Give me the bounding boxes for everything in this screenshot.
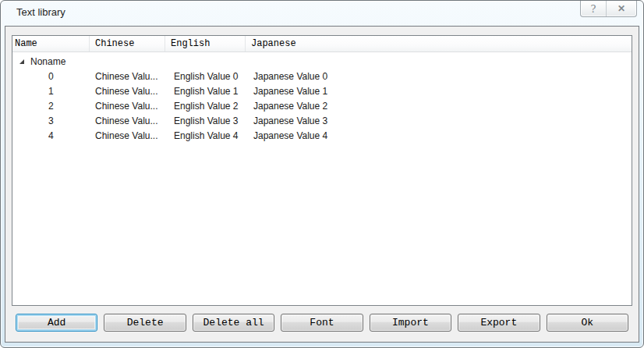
add-button[interactable]: Add xyxy=(16,314,97,332)
table-row[interactable]: 2 Chinese Valu... English Value 2 Japane… xyxy=(12,99,632,114)
row-name: 4 xyxy=(48,129,54,144)
row-english: English Value 0 xyxy=(174,69,239,84)
expand-triangle-icon[interactable] xyxy=(19,59,24,64)
caption-button-group: ? ✕ xyxy=(580,1,637,17)
import-button[interactable]: Import xyxy=(370,314,451,332)
row-english: English Value 1 xyxy=(174,84,239,99)
row-japanese: Japanese Value 4 xyxy=(253,129,327,144)
window-title: Text library xyxy=(16,6,65,18)
column-header-english[interactable]: English xyxy=(165,36,246,51)
table-row[interactable]: 1 Chinese Valu... English Value 1 Japane… xyxy=(12,84,632,99)
delete-button[interactable]: Delete xyxy=(104,314,186,332)
dialog-button-row: Add Delete Delete all Font Import Export… xyxy=(16,314,628,332)
delete-all-button[interactable]: Delete all xyxy=(193,314,274,332)
list-header: Name Chinese English Japanese xyxy=(12,36,632,52)
column-header-chinese[interactable]: Chinese xyxy=(90,36,165,51)
title-bar[interactable]: Text library ? ✕ xyxy=(1,1,643,26)
table-row[interactable]: 0 Chinese Valu... English Value 0 Japane… xyxy=(12,69,632,84)
column-header-name[interactable]: Name xyxy=(12,36,90,51)
export-button[interactable]: Export xyxy=(458,314,540,332)
table-row[interactable]: 4 Chinese Valu... English Value 4 Japane… xyxy=(12,129,632,144)
help-icon[interactable]: ? xyxy=(581,1,606,16)
row-name: 1 xyxy=(48,84,54,99)
row-name: 0 xyxy=(48,69,54,84)
row-japanese: Japanese Value 0 xyxy=(253,69,327,84)
ok-button[interactable]: Ok xyxy=(547,314,628,332)
column-header-japanese[interactable]: Japanese xyxy=(246,36,632,51)
text-library-list: Name Chinese English Japanese Noname 0 C… xyxy=(12,35,632,306)
text-library-dialog: Text library ? ✕ Name Chinese English Ja… xyxy=(0,0,644,348)
row-english: English Value 2 xyxy=(174,99,239,114)
font-button[interactable]: Font xyxy=(281,314,363,332)
row-chinese: Chinese Valu... xyxy=(95,114,158,129)
table-row[interactable]: 3 Chinese Valu... English Value 3 Japane… xyxy=(12,114,632,129)
row-chinese: Chinese Valu... xyxy=(95,69,158,84)
group-label: Noname xyxy=(30,55,65,69)
list-body: Noname 0 Chinese Valu... English Value 0… xyxy=(12,52,632,144)
row-japanese: Japanese Value 1 xyxy=(253,84,327,99)
close-icon[interactable]: ✕ xyxy=(606,1,636,16)
row-name: 2 xyxy=(48,99,54,114)
row-name: 3 xyxy=(48,114,54,129)
row-chinese: Chinese Valu... xyxy=(95,99,158,114)
row-japanese: Japanese Value 3 xyxy=(253,114,327,129)
dialog-client-area: Name Chinese English Japanese Noname 0 C… xyxy=(5,26,639,343)
row-chinese: Chinese Valu... xyxy=(95,129,158,144)
row-japanese: Japanese Value 2 xyxy=(253,99,327,114)
tree-group-row[interactable]: Noname xyxy=(12,55,632,69)
row-english: English Value 3 xyxy=(174,114,239,129)
row-chinese: Chinese Valu... xyxy=(95,84,158,99)
row-english: English Value 4 xyxy=(174,129,239,144)
